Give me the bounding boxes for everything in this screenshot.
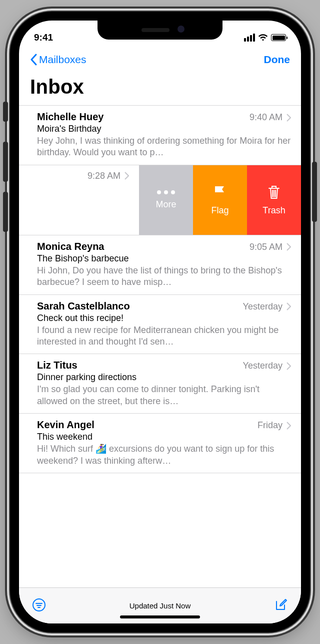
mail-row[interactable]: Michelle Huey 9:40 AM Moira's Birthday H… [19,106,301,165]
mail-time: Yesterday [243,301,282,312]
mail-sender: Monica Reyna [37,241,104,252]
mail-preview: Hi John, Do you have the list of things … [37,265,291,288]
swipe-label: Flag [211,205,228,216]
ellipsis-icon [157,190,175,194]
volume-up-button[interactable] [3,142,8,182]
page-title: Inbox [19,69,301,105]
mail-time: Yesterday [243,361,282,371]
iphone-frame: 9:41 Mailboxes Done Inbox [10,12,310,632]
battery-icon [271,34,286,41]
volume-down-button[interactable] [3,192,8,232]
chevron-right-icon [286,302,291,310]
mail-row-swiped[interactable]: 9:28 AM gether for game dering if you're… [19,165,301,235]
toolbar-status: Updated Just Now [130,601,191,610]
trash-icon [266,184,282,200]
mail-row[interactable]: Sarah Castelblanco Yesterday Check out t… [19,295,301,355]
mail-sender: Liz Titus [37,360,78,371]
swipe-flag-button[interactable]: Flag [193,165,247,235]
mail-preview: I'm so glad you can come to dinner tonig… [37,384,291,407]
home-indicator[interactable] [120,615,200,618]
mail-row[interactable]: Kevin Angel Friday This weekend Hi! Whic… [19,414,301,473]
notch [98,21,222,40]
cellular-icon [244,34,255,42]
mail-time: 9:05 AM [250,242,282,252]
message-list[interactable]: Michelle Huey 9:40 AM Moira's Birthday H… [19,105,301,587]
screen: 9:41 Mailboxes Done Inbox [19,21,301,623]
mail-preview: Hi! Which surf 🏄‍♀️ excursions do you wa… [37,443,291,467]
side-button[interactable] [312,162,317,222]
chevron-left-icon [30,54,37,66]
mail-preview: Hey John, I was thinking of ordering som… [37,135,291,159]
mail-subject: The Bishop's barbecue [37,253,291,264]
nav-bar: Mailboxes Done [19,49,301,69]
mail-subject: Check out this recipe! [37,313,291,324]
chevron-right-icon [124,172,129,180]
mail-time: Friday [258,420,282,431]
mail-row[interactable]: Monica Reyna 9:05 AM The Bishop's barbec… [19,235,301,295]
mail-subject: Dinner parking directions [37,372,291,383]
mail-subject: Moira's Birthday [37,124,291,134]
filter-icon [32,598,46,612]
mail-row[interactable]: Liz Titus Yesterday Dinner parking direc… [19,354,301,414]
mail-preview: I found a new recipe for Mediterranean c… [37,325,291,348]
mute-switch[interactable] [3,102,8,122]
chevron-right-icon [286,422,291,430]
swipe-label: More [156,199,176,210]
chevron-right-icon [286,243,291,251]
mail-subject: This weekend [37,432,291,442]
mail-sender: Michelle Huey [37,111,104,123]
swipe-actions: More Flag Trash [139,165,301,235]
mail-sender: Kevin Angel [37,419,94,431]
wifi-icon [258,34,268,42]
swipe-more-button[interactable]: More [139,165,193,235]
back-button[interactable]: Mailboxes [30,54,86,66]
status-time: 9:41 [34,32,53,43]
mail-time: 9:40 AM [250,112,282,123]
flag-icon [212,184,228,200]
mail-preview: gether for game dering if you're fr… [19,194,129,217]
chevron-right-icon [286,114,291,122]
back-label: Mailboxes [39,54,86,66]
mail-time: 9:28 AM [88,171,120,181]
chevron-right-icon [286,362,291,370]
done-button[interactable]: Done [264,54,290,66]
compose-icon [274,598,288,612]
compose-button[interactable] [274,598,288,614]
swipe-trash-button[interactable]: Trash [247,165,301,235]
swipe-label: Trash [262,205,285,216]
filter-button[interactable] [32,598,46,614]
mail-sender: Sarah Castelblanco [37,300,130,312]
